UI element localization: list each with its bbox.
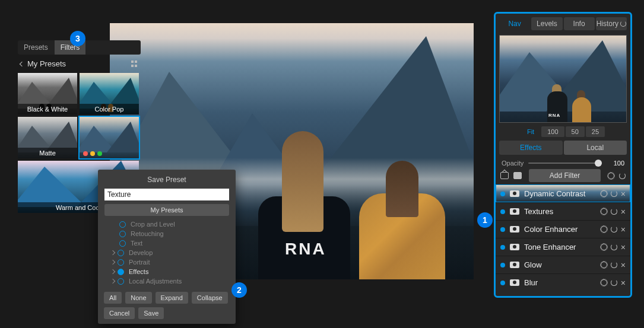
filter-dynamic-contrast[interactable]: Dynamic Contrast × <box>496 184 630 202</box>
grid-view-icon[interactable] <box>131 60 138 68</box>
zoom-fit[interactable]: Fit <box>521 126 540 137</box>
navigator-preview[interactable]: RNA <box>499 35 627 123</box>
right-panel: Nav Levels Info History RNA Fit 100 50 2… <box>494 12 632 298</box>
check-effects[interactable]: Effects <box>101 267 232 276</box>
seg-local[interactable]: Local <box>564 141 627 155</box>
traffic-lights-icon <box>83 151 102 156</box>
callout-badge-1: 1 <box>477 212 493 228</box>
canvas-figure-left: RNA <box>258 131 350 279</box>
filter-list: Dynamic Contrast × Textures × Color Enha… <box>496 184 630 291</box>
presets-back-button[interactable]: My Presets <box>20 59 66 68</box>
zoom-100[interactable]: 100 <box>541 126 564 137</box>
opacity-slider[interactable] <box>528 163 602 164</box>
dialog-none-button[interactable]: None <box>125 292 151 304</box>
tab-presets[interactable]: Presets <box>18 40 54 55</box>
reset-icon[interactable] <box>611 190 617 197</box>
dialog-save-button[interactable]: Save <box>138 307 164 319</box>
tab-nav[interactable]: Nav <box>499 17 530 30</box>
preset-black-and-white[interactable]: Black & White <box>18 73 77 114</box>
export-icon[interactable] <box>500 172 509 179</box>
seg-effects[interactable]: Effects <box>499 141 563 155</box>
save-preset-dialog: Save Preset My Presets Crop and Level Re… <box>98 170 236 324</box>
filter-tone-enhancer[interactable]: Tone Enhancer × <box>496 238 630 256</box>
visibility-dot-icon[interactable] <box>500 192 505 196</box>
preset-matte[interactable]: Matte <box>18 117 77 158</box>
filter-blur[interactable]: Blur × <box>496 273 630 291</box>
zoom-25[interactable]: 25 <box>586 126 605 137</box>
zoom-50[interactable]: 50 <box>566 126 585 137</box>
preset-color-pop[interactable]: Color Pop <box>80 73 139 114</box>
mask-thumb-icon[interactable] <box>510 190 519 197</box>
check-crop[interactable]: Crop and Level <box>101 219 232 229</box>
check-develop[interactable]: Develop <box>101 248 232 257</box>
dialog-title: Save Preset <box>101 176 232 184</box>
gear-icon[interactable] <box>608 173 614 179</box>
dialog-cancel-button[interactable]: Cancel <box>104 307 135 319</box>
check-text[interactable]: Text <box>101 238 232 248</box>
tab-history[interactable]: History <box>596 17 627 30</box>
filter-glow[interactable]: Glow × <box>496 256 630 273</box>
check-portrait[interactable]: Portrait <box>101 257 232 267</box>
reset-icon[interactable] <box>619 173 626 179</box>
preset-category-button[interactable]: My Presets <box>104 204 229 216</box>
add-filter-button[interactable]: Add Filter <box>529 169 601 182</box>
effects-local-segment: Effects Local <box>499 141 627 155</box>
callout-badge-2: 2 <box>231 282 247 298</box>
canvas-figure-right <box>359 161 445 279</box>
mask-icon[interactable] <box>513 172 522 179</box>
close-icon[interactable]: × <box>621 191 626 197</box>
dialog-all-button[interactable]: All <box>104 292 122 304</box>
zoom-controls: Fit 100 50 25 <box>496 126 630 137</box>
right-tabs: Nav Levels Info History <box>496 14 630 34</box>
undo-icon <box>620 21 626 27</box>
presets-title: My Presets <box>27 59 66 68</box>
opacity-label: Opacity <box>502 160 524 167</box>
opacity-value: 100 <box>607 160 624 167</box>
chevron-left-icon <box>20 61 24 66</box>
check-retouch[interactable]: Retouching <box>101 229 232 238</box>
check-local[interactable]: Local Adjustments <box>101 276 232 286</box>
gear-icon[interactable] <box>601 190 607 197</box>
tab-levels[interactable]: Levels <box>531 17 562 30</box>
preset-name-input[interactable] <box>104 189 229 200</box>
dialog-collapse-button[interactable]: Collapse <box>192 292 228 304</box>
callout-badge-3: 3 <box>70 31 85 46</box>
filter-color-enhancer[interactable]: Color Enhancer × <box>496 220 630 238</box>
preset-selected[interactable] <box>80 117 139 158</box>
dialog-expand-button[interactable]: Expand <box>156 292 188 304</box>
tab-info[interactable]: Info <box>564 17 595 30</box>
filter-textures[interactable]: Textures × <box>496 202 630 220</box>
